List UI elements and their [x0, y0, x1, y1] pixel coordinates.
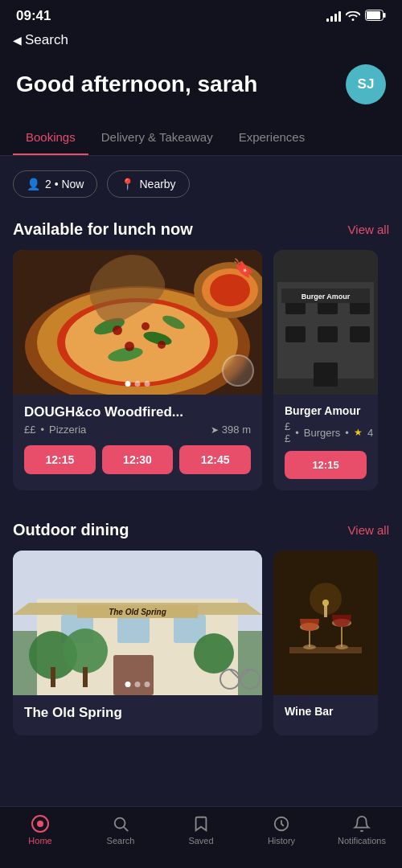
svg-rect-1	[367, 11, 380, 19]
location-filter-pill[interactable]: 📍 Nearby	[107, 170, 189, 198]
nav-item-notifications[interactable]: Notifications	[322, 815, 402, 845]
lunch-section: Available for lunch now View all	[0, 212, 402, 506]
burger-name: Burger Amour	[285, 404, 367, 417]
old-spring-name: The Old Spring	[24, 705, 251, 721]
svg-text:Burger Amour: Burger Amour	[302, 293, 351, 301]
burger-meta: ££ • Burgers • ★ 4	[285, 420, 367, 444]
home-nav-label: Home	[28, 836, 51, 845]
history-icon	[273, 815, 290, 833]
svg-rect-50	[289, 647, 362, 653]
burger-card-image: Burger Amour	[273, 250, 378, 395]
svg-rect-44	[83, 667, 88, 687]
dot-3	[145, 381, 150, 387]
pub-image-svg: The Old Spring	[13, 551, 262, 695]
lunch-section-header: Available for lunch now View all	[0, 212, 402, 250]
back-arrow-icon: ◀	[13, 34, 22, 47]
burger-card-body: Burger Amour ££ • Burgers • ★ 4 12:15	[273, 395, 378, 490]
dough-name: DOUGH&co Woodfired...	[24, 404, 251, 420]
svg-point-58	[322, 600, 329, 606]
dough-time-slots: 12:15 12:30 12:45	[24, 445, 251, 474]
svg-point-42	[194, 633, 234, 674]
party-filter-label: 2 • Now	[45, 178, 84, 190]
search-nav-label: Search	[107, 836, 135, 845]
burger-category: Burgers	[304, 427, 341, 439]
dough-meta: ££ • Pizzeria ➤ 398 m	[24, 424, 251, 436]
outdoor-cards-scroll: The Old Spring	[0, 551, 402, 735]
dough-distance: ➤ 398 m	[211, 424, 251, 436]
outdoor-section-header: Outdoor dining View all	[0, 513, 402, 551]
restaurant-card-dough: 🔖 DOUGH&co Woodfired... ££ • Pizzeria ➤	[13, 250, 262, 490]
bell-icon	[353, 815, 371, 833]
svg-point-12	[113, 326, 122, 335]
navigate-icon: ➤	[211, 424, 219, 436]
dot-2	[135, 682, 141, 687]
location-icon: 📍	[121, 178, 134, 190]
tab-delivery[interactable]: Delivery & Takeaway	[88, 121, 226, 155]
history-nav-label: History	[268, 836, 295, 845]
section-divider	[0, 506, 402, 513]
old-spring-body: The Old Spring	[13, 695, 262, 735]
lunch-section-title: Available for lunch now	[13, 220, 193, 239]
signal-icon	[326, 10, 341, 22]
svg-point-41	[63, 628, 108, 674]
outdoor-section-title: Outdoor dining	[13, 521, 129, 539]
svg-rect-2	[384, 13, 386, 18]
svg-rect-25	[318, 326, 338, 342]
svg-rect-43	[51, 667, 55, 687]
svg-rect-59	[324, 605, 327, 617]
svg-point-56	[335, 645, 348, 649]
svg-point-14	[125, 342, 134, 351]
nav-item-saved[interactable]: Saved	[161, 815, 241, 845]
dot-1	[125, 381, 131, 387]
bottom-nav: Home Search Saved History Notifications	[0, 806, 402, 868]
svg-point-60	[115, 818, 125, 829]
dough-slot-1245[interactable]: 12:45	[179, 445, 251, 474]
dough-dot-indicators	[125, 381, 150, 387]
battery-icon	[365, 10, 386, 23]
old-spring-dots	[125, 682, 150, 687]
nav-item-history[interactable]: History	[241, 815, 322, 845]
status-icons	[326, 10, 386, 23]
tab-experiences[interactable]: Experiences	[226, 121, 318, 155]
outdoor-view-all[interactable]: View all	[348, 523, 389, 537]
burger-slot-1215[interactable]: 12:15	[285, 451, 367, 479]
svg-rect-49	[273, 551, 378, 695]
dough-bookmark-icon[interactable]: 🔖	[232, 258, 254, 279]
avatar[interactable]: SJ	[346, 64, 386, 104]
notifications-nav-label: Notifications	[338, 836, 386, 845]
party-filter-pill[interactable]: 👤 2 • Now	[13, 170, 97, 198]
svg-point-53	[303, 645, 316, 649]
svg-rect-37	[113, 655, 154, 695]
svg-point-15	[158, 341, 166, 349]
lunch-view-all[interactable]: View all	[348, 223, 389, 236]
dot-1	[125, 682, 131, 687]
burger-image-svg: Burger Amour	[273, 250, 378, 395]
nav-item-home[interactable]: Home	[0, 815, 80, 845]
location-filter-label: Nearby	[139, 178, 175, 190]
saved-nav-label: Saved	[188, 836, 213, 845]
wine-card-body: Wine Bar	[273, 695, 378, 732]
svg-rect-35	[117, 615, 150, 643]
wine-image-svg	[273, 551, 378, 695]
dot-3	[145, 682, 150, 687]
back-nav[interactable]: ◀ Search	[0, 29, 402, 58]
restaurant-card-burger: Burger Amour Burger Amour ££ • Burgers •…	[273, 250, 378, 490]
svg-rect-24	[285, 326, 306, 342]
wifi-icon	[346, 10, 360, 23]
wine-card-image	[273, 551, 378, 695]
status-time: 09:41	[16, 8, 51, 24]
restaurant-card-wine: Wine Bar	[273, 551, 378, 735]
dough-card-body: DOUGH&co Woodfired... ££ • Pizzeria ➤ 39…	[13, 395, 262, 485]
svg-rect-26	[350, 326, 370, 342]
dough-card-image: 🔖	[13, 250, 262, 395]
dough-slot-1230[interactable]: 12:30	[102, 445, 174, 474]
nav-item-search[interactable]: Search	[80, 815, 161, 845]
filter-row: 👤 2 • Now 📍 Nearby	[0, 156, 402, 212]
lunch-cards-scroll: 🔖 DOUGH&co Woodfired... ££ • Pizzeria ➤	[0, 250, 402, 490]
tab-bookings[interactable]: Bookings	[13, 121, 88, 155]
burger-price: ££	[285, 420, 290, 444]
home-icon	[31, 815, 49, 833]
greeting-text: Good afternoon, sarah	[16, 72, 257, 97]
svg-point-13	[142, 322, 150, 330]
dough-slot-1215[interactable]: 12:15	[24, 445, 96, 474]
